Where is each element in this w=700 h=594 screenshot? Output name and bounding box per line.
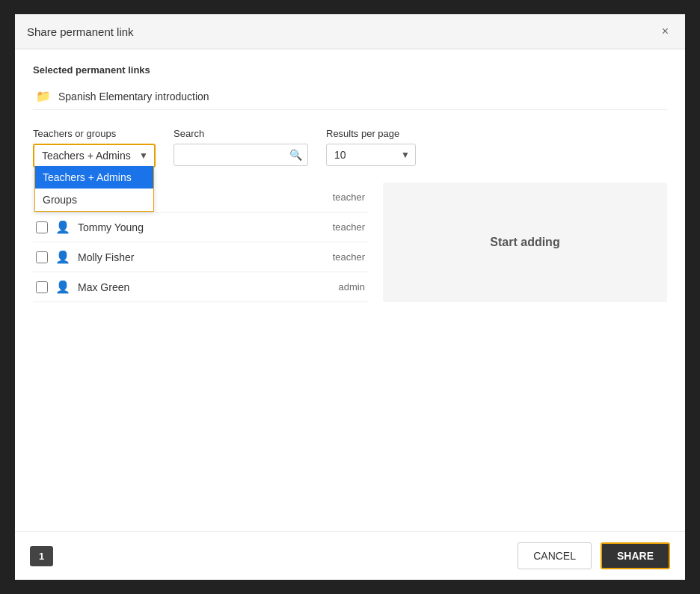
teacher-role: teacher	[333, 251, 365, 263]
teachers-or-groups-selected[interactable]: Teachers + Admins	[34, 145, 154, 166]
results-per-page-wrapper: 10 25 50 100 ▼	[326, 144, 416, 166]
search-group: Search 🔍	[174, 128, 308, 166]
teachers-or-groups-group: Teachers or groups Teachers + Admins ▼ T…	[33, 128, 156, 168]
controls-row: Teachers or groups Teachers + Admins ▼ T…	[33, 128, 667, 168]
search-label: Search	[174, 128, 308, 139]
selected-links-label: Selected permanent links	[33, 64, 667, 76]
table-row: 👤 Molly Fisher teacher	[33, 242, 368, 272]
teacher-name: Max Green	[78, 281, 331, 293]
teacher-role: admin	[339, 281, 365, 293]
close-button[interactable]: ×	[657, 23, 673, 40]
teachers-or-groups-dropdown-wrapper: Teachers + Admins ▼ Teachers + Admins Gr…	[33, 144, 156, 168]
right-panel: Start adding	[383, 183, 667, 302]
search-input-wrapper: 🔍	[174, 144, 308, 166]
folder-icon: 📁	[36, 89, 51, 103]
teacher-name: Molly Fisher	[78, 251, 325, 263]
table-row: 👤 Max Green admin	[33, 272, 368, 302]
modal-header: Share permanent link ×	[15, 14, 685, 49]
search-icon: 🔍	[289, 149, 302, 161]
modal-title: Share permanent link	[27, 25, 134, 38]
footer-buttons: CANCEL SHARE	[518, 542, 670, 569]
results-per-page-select[interactable]: 10 25 50 100	[326, 144, 416, 166]
search-input[interactable]	[174, 144, 308, 166]
modal-body: Selected permanent links 📁 Spanish Eleme…	[15, 49, 685, 531]
teacher-checkbox-molly[interactable]	[36, 251, 48, 263]
table-row: 👤 Tommy Young teacher	[33, 212, 368, 242]
teacher-role: teacher	[333, 192, 365, 203]
results-per-page-label: Results per page	[326, 128, 416, 139]
teacher-checkbox-max[interactable]	[36, 281, 48, 293]
teachers-or-groups-dropdown-list: Teachers + Admins Groups	[34, 166, 154, 212]
modal-container: Share permanent link × Selected permanen…	[13, 13, 687, 581]
person-icon: 👤	[55, 280, 70, 294]
teacher-checkbox-tommy[interactable]	[36, 221, 48, 233]
teacher-role: teacher	[333, 221, 365, 233]
teachers-or-groups-label: Teachers or groups	[33, 128, 156, 139]
share-button[interactable]: SHARE	[601, 542, 670, 569]
dropdown-option-teachers-admins[interactable]: Teachers + Admins	[35, 166, 153, 189]
person-icon: 👤	[55, 220, 70, 234]
selected-link-name: Spanish Elementary introduction	[58, 91, 209, 102]
start-adding-text: Start adding	[490, 236, 559, 249]
page-indicator: 1	[30, 546, 53, 566]
modal-footer: 1 CANCEL SHARE	[15, 531, 685, 580]
results-per-page-group: Results per page 10 25 50 100 ▼	[326, 128, 416, 166]
cancel-button[interactable]: CANCEL	[518, 542, 592, 569]
person-icon: 👤	[55, 250, 70, 264]
selected-link-row: 📁 Spanish Elementary introduction	[33, 83, 667, 110]
dropdown-option-groups[interactable]: Groups	[35, 189, 153, 211]
teacher-name: Tommy Young	[78, 221, 325, 233]
